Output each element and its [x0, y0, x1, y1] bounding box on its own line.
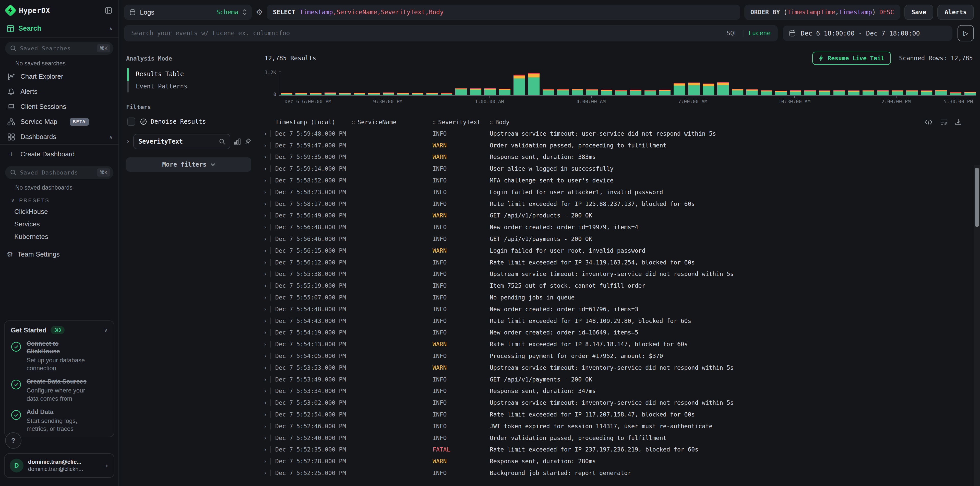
severity-filter-search[interactable]: SeverityText: [133, 134, 230, 149]
drag-handle-icon[interactable]: ∷: [352, 120, 355, 126]
table-row[interactable]: ›Dec 7 5:56:12.000 PMINFORate limit exce…: [264, 257, 980, 268]
saved-searches-input[interactable]: Saved Searches ⌘K: [5, 41, 113, 55]
row-expand-chevron-icon[interactable]: ›: [264, 201, 270, 207]
row-expand-chevron-icon[interactable]: ›: [264, 142, 270, 149]
chart-bar[interactable]: [746, 89, 758, 95]
run-query-button[interactable]: ▷: [958, 25, 974, 41]
drag-handle-icon[interactable]: ∷: [433, 120, 436, 126]
table-row[interactable]: ›Dec 7 5:58:52.000 PMINFOMFA challenge s…: [264, 175, 980, 186]
save-button[interactable]: Save: [904, 5, 934, 20]
row-expand-chevron-icon[interactable]: ›: [264, 341, 270, 347]
row-expand-chevron-icon[interactable]: ›: [264, 353, 270, 359]
table-row[interactable]: ›Dec 7 5:56:15.000 PMWARNLogin failed fo…: [264, 245, 980, 257]
sidebar-item-dashboards[interactable]: Dashboards ∧: [0, 129, 118, 144]
table-row[interactable]: ›Dec 7 5:59:47.000 PMWARNOrder validatio…: [264, 140, 980, 151]
table-row[interactable]: ›Dec 7 5:58:23.000 PMINFOLogin failed fo…: [264, 186, 980, 198]
chevron-up-icon[interactable]: ∧: [105, 327, 108, 333]
chart-bar[interactable]: [717, 82, 729, 95]
chart-bar[interactable]: [514, 75, 525, 95]
table-row[interactable]: ›Dec 7 5:54:43.000 PMINFORate limit exce…: [264, 315, 980, 327]
col-header-severitytext[interactable]: ∷SeverityText: [433, 119, 490, 126]
chart-bar[interactable]: [630, 90, 641, 95]
table-row[interactable]: ›Dec 7 5:58:17.000 PMINFORate limit exce…: [264, 198, 980, 210]
row-expand-chevron-icon[interactable]: ›: [264, 306, 270, 312]
chart-bar[interactable]: [775, 91, 787, 95]
sidebar-item-service-map[interactable]: Service Map BETA: [0, 114, 118, 129]
chart-bar[interactable]: [484, 88, 496, 95]
chart-bar[interactable]: [862, 90, 874, 95]
table-row[interactable]: ›Dec 7 5:55:19.000 PMINFOItem 7525 out o…: [264, 280, 980, 292]
chart-bar[interactable]: [426, 93, 438, 95]
row-expand-chevron-icon[interactable]: ›: [264, 177, 270, 184]
source-settings-gear-icon[interactable]: ⚙: [256, 8, 263, 16]
chart-bar[interactable]: [368, 93, 380, 95]
chart-bar[interactable]: [616, 90, 627, 95]
scrollbar-thumb[interactable]: [975, 167, 979, 227]
table-row[interactable]: ›Dec 7 5:52:25.000 PMINFOBackground job …: [264, 467, 980, 479]
table-row[interactable]: ›Dec 7 5:59:48.000 PMINFOUpstream servic…: [264, 128, 980, 140]
row-expand-chevron-icon[interactable]: ›: [264, 130, 270, 137]
row-expand-chevron-icon[interactable]: ›: [264, 282, 270, 289]
sidebar-item-client-sessions[interactable]: Client Sessions: [0, 99, 118, 114]
row-expand-chevron-icon[interactable]: ›: [264, 470, 270, 476]
chart-bar[interactable]: [354, 93, 365, 95]
resume-live-tail-button[interactable]: Resume Live Tail: [812, 52, 891, 65]
table-row[interactable]: ›Dec 7 5:52:46.000 PMINFOJWT token expir…: [264, 420, 980, 432]
table-row[interactable]: ›Dec 7 5:53:49.000 PMINFOGET /api/v1/pay…: [264, 374, 980, 385]
row-expand-chevron-icon[interactable]: ›: [264, 212, 270, 219]
chart-bar[interactable]: [935, 90, 947, 95]
mode-event-patterns[interactable]: Event Patterns: [129, 80, 188, 92]
table-row[interactable]: ›Dec 7 5:52:35.000 PMFATALRate limit exc…: [264, 444, 980, 456]
chart-bar[interactable]: [542, 89, 554, 95]
row-expand-chevron-icon[interactable]: ›: [264, 446, 270, 453]
row-expand-chevron-icon[interactable]: ›: [264, 247, 270, 254]
row-expand-chevron-icon[interactable]: ›: [264, 423, 270, 430]
chart-bar[interactable]: [557, 89, 569, 95]
chart-bar[interactable]: [470, 88, 481, 95]
select-query-input[interactable]: SELECT Timestamp,ServiceName,SeverityTex…: [267, 5, 740, 20]
chart-bar[interactable]: [659, 90, 671, 95]
lucene-option[interactable]: Lucene: [748, 30, 771, 37]
table-row[interactable]: ›Dec 7 5:54:05.000 PMINFOProcessing paym…: [264, 350, 980, 362]
table-row[interactable]: ›Dec 7 5:52:40.000 PMINFOOrder validatio…: [264, 432, 980, 444]
sidebar-item-search[interactable]: Search ∧: [0, 20, 118, 37]
chart-bar[interactable]: [674, 83, 685, 95]
preset-kubernetes[interactable]: Kubernetes: [0, 231, 118, 243]
chart-bar[interactable]: [921, 91, 932, 95]
table-row[interactable]: ›Dec 7 5:54:13.000 PMWARNRate limit exce…: [264, 338, 980, 350]
sidebar-item-alerts[interactable]: Alerts: [0, 84, 118, 99]
table-row[interactable]: ›Dec 7 5:52:28.000 PMWARNResponse sent, …: [264, 455, 980, 467]
drag-handle-icon[interactable]: ∷: [490, 120, 493, 126]
chart-bar[interactable]: [296, 93, 307, 95]
date-range-picker[interactable]: Dec 6 18:00:00 - Dec 7 18:00:00: [783, 25, 953, 41]
chart-bar[interactable]: [950, 92, 961, 95]
row-expand-chevron-icon[interactable]: ›: [264, 189, 270, 196]
chart-bar[interactable]: [310, 93, 321, 95]
sidebar-item-chart-explorer[interactable]: Chart Explorer: [0, 69, 118, 84]
user-menu[interactable]: D dominic.tran@clic... dominic.tran@clic…: [4, 453, 115, 478]
row-expand-chevron-icon[interactable]: ›: [264, 435, 270, 441]
presets-toggle[interactable]: ∨ PRESETS: [0, 193, 118, 206]
chevron-up-icon[interactable]: ∧: [109, 25, 112, 32]
row-expand-chevron-icon[interactable]: ›: [264, 411, 270, 418]
chart-bar[interactable]: [572, 89, 583, 95]
table-row[interactable]: ›Dec 7 5:53:53.000 PMWARNUpstream servic…: [264, 362, 980, 374]
row-expand-chevron-icon[interactable]: ›: [264, 259, 270, 266]
row-expand-chevron-icon[interactable]: ›: [264, 458, 270, 465]
col-header-servicename[interactable]: ∷ServiceName: [352, 119, 433, 126]
row-expand-chevron-icon[interactable]: ›: [264, 294, 270, 301]
chart-bar[interactable]: [455, 88, 467, 95]
language-toggle[interactable]: SQL|Lucene: [727, 30, 771, 37]
event-search-input[interactable]: Search your events w/ Lucene ex. column:…: [124, 25, 778, 41]
chart-bar[interactable]: [281, 93, 293, 95]
table-row[interactable]: ›Dec 7 5:59:14.000 PMINFOUser alice_w lo…: [264, 163, 980, 175]
saved-dashboards-input[interactable]: Saved Dashboards ⌘K: [5, 166, 113, 179]
chart-bar[interactable]: [834, 90, 845, 95]
row-expand-chevron-icon[interactable]: ›: [264, 329, 270, 336]
denoise-checkbox[interactable]: [127, 118, 135, 126]
chart-bar[interactable]: [732, 89, 743, 95]
source-select[interactable]: Logs Schema: [124, 5, 252, 20]
chart-bar[interactable]: [397, 93, 409, 95]
preset-clickhouse[interactable]: ClickHouse: [0, 206, 118, 218]
chart-bar[interactable]: [819, 91, 830, 95]
